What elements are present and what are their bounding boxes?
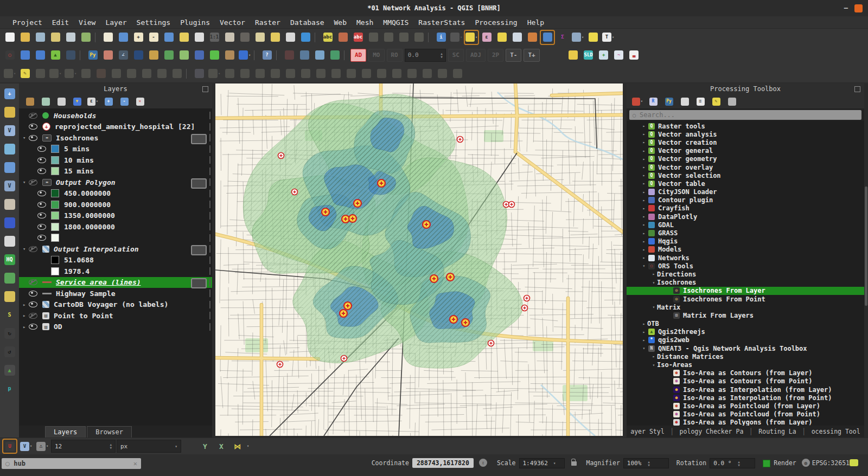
messages-icon[interactable] — [850, 459, 858, 466]
ro-button[interactable]: RO — [387, 49, 403, 62]
panel-popout-icon[interactable] — [202, 86, 208, 92]
zoom-next-icon[interactable] — [238, 30, 252, 44]
current-edits-icon[interactable]: ▾ — [3, 67, 17, 81]
toolbox-item-iso-area-as-contours-from-layer[interactable]: ●Iso-Area as Contours (from Layer) — [627, 369, 864, 377]
metasearch-icon[interactable] — [33, 48, 47, 62]
delete-part-icon[interactable] — [344, 67, 358, 81]
toolbox-item-iso-area-as-interpolation-from-layer[interactable]: ●Iso-Area as Interpolation (from Layer) — [627, 385, 864, 394]
python-scripts-icon[interactable]: Py — [663, 96, 674, 107]
expand-arrow-icon[interactable]: ▾ — [650, 280, 657, 285]
results-viewer-icon[interactable]: ≡ — [695, 96, 706, 107]
expand-arrow-icon[interactable]: ▸ — [641, 165, 647, 170]
metasearch-add-icon[interactable] — [18, 48, 32, 62]
manage-map-themes-icon[interactable] — [56, 96, 67, 107]
profile-tool-icon[interactable] — [207, 48, 221, 62]
hqgis-tool-icon[interactable] — [566, 48, 580, 62]
toolbox-item-models[interactable]: ▸Models — [627, 246, 864, 254]
toolbox-item-iso-area-as-contours-from-point[interactable]: ●Iso-Area as Contours (from Point) — [627, 377, 864, 385]
locator-search[interactable]: ◯ hub ✕ — [2, 458, 141, 469]
toolbox-item-grass[interactable]: ▸GRASS — [627, 229, 864, 237]
toolbox-item-directions[interactable]: ▸Directions — [627, 270, 864, 278]
toolbox-item-matrix-from-layers[interactable]: ⊞Matrix From Layers — [627, 311, 864, 319]
copy-features-icon[interactable] — [124, 67, 138, 81]
visibility-on-icon[interactable] — [37, 146, 46, 152]
expand-arrow-icon[interactable]: ▸ — [641, 338, 647, 343]
toolbox-item-raster-tools[interactable]: ▸QRaster tools — [627, 122, 864, 130]
models-menu-icon[interactable]: ▾ — [632, 96, 643, 107]
expand-arrow-icon[interactable]: ▸ — [641, 124, 647, 128]
zoom-full-icon[interactable] — [116, 30, 130, 44]
layer-row-isochrones[interactable]: ▾▬Isochrones — [19, 132, 212, 144]
text-annotation-icon[interactable]: T▾ — [601, 30, 615, 44]
layer-row-1978-4[interactable]: 1978.4 — [19, 266, 212, 277]
layer-row-households[interactable]: Households — [19, 110, 212, 121]
visibility-on-icon[interactable] — [29, 301, 37, 307]
paste-features-icon[interactable] — [139, 67, 154, 81]
expand-arrow-icon[interactable]: ▾ — [23, 135, 29, 140]
collapse-all-icon[interactable]: - — [119, 96, 130, 107]
toolbox-options-icon[interactable] — [726, 96, 737, 107]
minimize-button[interactable]: — — [844, 4, 848, 12]
toolbox-item-vector-geometry[interactable]: ▸QVector geometry — [627, 155, 864, 163]
undo-plugin-icon[interactable]: ↺ — [3, 345, 17, 359]
expand-arrow-icon[interactable]: ▸ — [641, 214, 647, 219]
append-features-to-layer-icon[interactable]: + — [597, 48, 611, 62]
open-layer-styling-icon[interactable] — [24, 96, 35, 107]
expand-arrow-icon[interactable]: ▸ — [641, 140, 647, 145]
select-features-icon[interactable]: ▾ — [464, 30, 478, 44]
toolbox-item-cityjson-loader[interactable]: ▸CityJSON Loader — [627, 188, 864, 196]
zoom-in-icon[interactable]: + — [131, 30, 145, 44]
expand-arrow-icon[interactable]: ▸ — [641, 173, 647, 178]
cad-tools-icon[interactable] — [192, 67, 206, 81]
expand-arrow-icon[interactable]: ▾ — [23, 246, 29, 252]
render-checkbox[interactable] — [763, 460, 770, 467]
expand-arrow-icon[interactable]: ▸ — [641, 206, 647, 211]
rotation-spinbox[interactable]: 0.0 °▲▼ — [710, 458, 755, 468]
toolbox-item-qgis2threejs[interactable]: ▸▲Qgis2threejs — [627, 328, 864, 336]
ors-tools-icon[interactable]: ◌ — [3, 48, 17, 62]
close-button[interactable] — [854, 4, 863, 12]
adj-button[interactable]: ADJ — [466, 49, 486, 62]
visibility-off-icon[interactable] — [29, 246, 37, 252]
menu-item-web[interactable]: Web — [329, 18, 352, 27]
toolbox-item-qgis2web[interactable]: ▸*qgis2web — [627, 336, 864, 344]
dock-tab-layers[interactable]: Layers — [45, 426, 86, 438]
visibility-on-icon[interactable] — [29, 291, 37, 297]
snap-tolerance-spinbox[interactable]: 12▲▼ — [51, 440, 116, 453]
toolbox-item-vector-selection[interactable]: ▸QVector selection — [627, 171, 864, 179]
expand-arrow-icon[interactable]: ▸ — [641, 222, 647, 227]
right-dock-tab-0[interactable]: ayer Styl — [628, 428, 666, 435]
p-plugin-icon[interactable]: p — [3, 382, 17, 396]
toolbox-item-ors-tools[interactable]: ▾◌ORS Tools — [627, 262, 864, 270]
snap-type-icon[interactable]: ∴▾ — [35, 439, 49, 453]
crosshair-tool-icon[interactable] — [282, 48, 296, 62]
label-show-hidden-icon[interactable] — [366, 30, 380, 44]
expand-arrow-icon[interactable]: ▸ — [23, 324, 29, 330]
attribute-sync-icon[interactable] — [328, 48, 342, 62]
expand-arrow-icon[interactable]: ▸ — [641, 330, 647, 335]
save-edits-icon[interactable] — [33, 67, 47, 81]
merge-attributes-icon[interactable] — [435, 67, 449, 81]
new-spatial-bookmark-icon[interactable] — [253, 30, 267, 44]
simplify-feature-icon[interactable] — [268, 67, 282, 81]
refresh-map-icon[interactable] — [298, 30, 312, 44]
layer-row-5-mins[interactable]: 5 mins — [19, 144, 212, 155]
show-bookmarks-icon[interactable] — [268, 30, 282, 44]
zoom-native-icon[interactable]: 1:1 — [207, 30, 221, 44]
menu-item-settings[interactable]: Settings — [132, 18, 176, 27]
toolbox-item-isochrones-from-point[interactable]: ◎Isochrones From Point — [627, 295, 864, 303]
osm-search-icon[interactable] — [162, 48, 176, 62]
r-scripts-icon[interactable]: R — [648, 96, 659, 107]
layer-row-1800-0000000[interactable]: 1800.0000000 — [19, 221, 212, 233]
db-manager-icon[interactable] — [3, 197, 17, 211]
expand-arrow-icon[interactable]: ▸ — [641, 321, 647, 326]
layer-row-output-polygon[interactable]: ▾▬Output Polygon — [19, 177, 212, 188]
locator-clear-icon[interactable]: ✕ — [133, 460, 137, 467]
toolbox-item-isochrones-from-layer[interactable]: ◎Isochrones From Layer — [627, 287, 864, 295]
zoom-to-selection-icon[interactable] — [192, 30, 206, 44]
topological-editing-icon[interactable]: Y — [198, 439, 212, 453]
toolbox-item-iso-area-as-pointcloud-from-layer[interactable]: ●Iso-Area as Pointcloud (from Layer) — [627, 402, 864, 410]
layer-row-cartodb-voyager-no-labels[interactable]: ▸CartoDB Voyager (no labels) — [19, 299, 212, 311]
indicator-widget-icon[interactable] — [191, 134, 207, 144]
histogram-tool-icon[interactable]: ▃ — [627, 48, 641, 62]
